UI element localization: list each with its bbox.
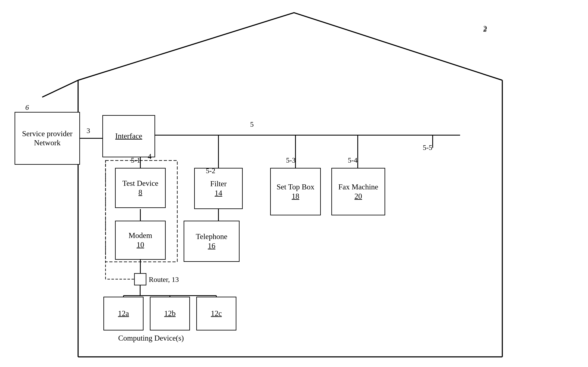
fax-machine-label: Fax Machine bbox=[338, 183, 378, 192]
test-device-ref: 8 bbox=[139, 188, 142, 197]
interface-ref: 4 bbox=[148, 152, 152, 161]
line5-5-label: 5-5 bbox=[423, 144, 432, 152]
computing-devices-label: Computing Device(s) bbox=[118, 334, 184, 342]
line3-label: 3 bbox=[87, 127, 90, 135]
svg-rect-15 bbox=[134, 274, 146, 285]
line5-3-label: 5-3 bbox=[286, 156, 295, 164]
line5-4-label: 5-4 bbox=[348, 156, 357, 164]
test-device-box: Test Device 8 bbox=[115, 168, 166, 208]
interface-label: Interface bbox=[115, 132, 142, 141]
filter-label: Filter bbox=[210, 179, 227, 188]
service-provider-box: Service provider Network bbox=[15, 112, 80, 165]
set-top-box-label: Set Top Box bbox=[277, 183, 314, 192]
set-top-box-ref: 18 bbox=[292, 192, 299, 201]
house-ref-label: 2 bbox=[483, 24, 487, 32]
comp-c-label: 12c bbox=[211, 309, 222, 318]
modem-ref: 10 bbox=[137, 240, 144, 249]
telephone-box: Telephone 16 bbox=[184, 221, 240, 262]
line5-1-label: 5-1 bbox=[131, 156, 140, 164]
comp-a-box: 12a bbox=[103, 297, 144, 330]
comp-c-box: 12c bbox=[196, 297, 236, 330]
modem-box: Modem 10 bbox=[115, 221, 166, 260]
service-provider-ref: 6 bbox=[25, 103, 29, 111]
comp-a-label: 12a bbox=[118, 309, 129, 318]
router-label: Router, 13 bbox=[149, 275, 179, 284]
comp-b-label: 12b bbox=[164, 309, 176, 318]
test-device-label: Test Device bbox=[122, 179, 158, 188]
set-top-box: Set Top Box 18 bbox=[270, 168, 321, 215]
modem-label: Modem bbox=[129, 231, 152, 240]
fax-machine-ref: 20 bbox=[355, 192, 362, 201]
service-provider-label: Service provider Network bbox=[15, 129, 79, 147]
interface-box: Interface bbox=[102, 115, 155, 157]
telephone-ref: 16 bbox=[208, 241, 215, 250]
comp-b-box: 12b bbox=[150, 297, 190, 330]
filter-box: Filter 14 bbox=[194, 168, 243, 209]
filter-ref: 14 bbox=[215, 189, 222, 198]
telephone-label: Telephone bbox=[196, 232, 227, 241]
line5-label: 5 bbox=[250, 120, 254, 128]
fax-machine-box: Fax Machine 20 bbox=[331, 168, 385, 215]
line5-2-label: 5-2 bbox=[206, 167, 215, 175]
svg-line-3 bbox=[42, 80, 78, 97]
